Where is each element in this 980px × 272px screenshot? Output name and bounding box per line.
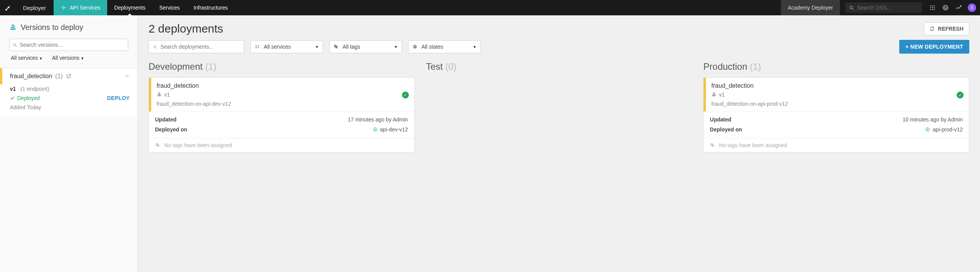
- search-icon: [849, 5, 854, 11]
- sidebar-search[interactable]: [9, 39, 128, 51]
- filter-services[interactable]: All services▼: [11, 55, 43, 61]
- deployed-label: Deployed: [17, 95, 40, 101]
- search-deployments-input[interactable]: [160, 44, 240, 50]
- context-label: Academy Deployer: [788, 5, 833, 11]
- infra-name: api-prod-v12: [933, 126, 963, 133]
- versions-icon: [9, 24, 17, 31]
- card-version: v1: [164, 92, 170, 98]
- svg-point-10: [934, 9, 935, 10]
- global-search-input[interactable]: [857, 5, 918, 11]
- dropdown-tags[interactable]: All tags ▼: [329, 40, 402, 53]
- filter-label: All versions: [52, 55, 80, 61]
- infra-name: api-dev-v12: [380, 126, 408, 133]
- refresh-label: REFRESH: [938, 26, 964, 32]
- nav-tabs: API Services Deployments Services Infras…: [54, 0, 235, 15]
- svg-point-6: [932, 7, 933, 8]
- svg-point-8: [930, 9, 931, 10]
- column-title: Production: [703, 61, 747, 72]
- card-url: fraud_detection-on-api-dev-v12: [157, 101, 408, 107]
- column-title: Test: [426, 61, 443, 72]
- tag-icon: [710, 143, 715, 148]
- column-test: Test (0): [426, 61, 692, 77]
- endpoint-count: (1 endpoint): [21, 86, 49, 92]
- updated-value: 10 minutes ago by Admin: [756, 116, 963, 123]
- dropdown-states[interactable]: All states ▼: [408, 40, 481, 53]
- updated-value: 17 minutes ago by Admin: [201, 116, 408, 123]
- sidebar-search-input[interactable]: [20, 42, 125, 48]
- version-label: v1: [10, 86, 16, 92]
- svg-point-15: [154, 45, 156, 48]
- infra-link[interactable]: api-dev-v12: [372, 126, 408, 133]
- deployed-on-label: Deployed on: [155, 126, 201, 133]
- infra-link[interactable]: api-prod-v12: [925, 126, 963, 133]
- new-deployment-button[interactable]: + NEW DEPLOYMENT: [899, 40, 969, 54]
- search-icon: [13, 43, 17, 48]
- top-right: Academy Deployer ? S: [781, 0, 980, 15]
- svg-point-21: [927, 129, 929, 130]
- global-search[interactable]: [845, 2, 922, 13]
- help-icon[interactable]: ?: [940, 2, 951, 13]
- main-content: 2 deployments REFRESH All services ▼ All…: [138, 15, 980, 272]
- dropdown-label: All states: [421, 44, 443, 50]
- apps-icon[interactable]: [927, 2, 938, 13]
- context-switcher[interactable]: Academy Deployer: [781, 0, 840, 15]
- search-icon: [153, 44, 157, 49]
- column-title: Development: [149, 61, 203, 72]
- deployment-card[interactable]: fraud_detection v1 fraud_detection-on-ap…: [149, 77, 415, 152]
- deployment-card[interactable]: fraud_detection v1 fraud_detection-on-ap…: [703, 77, 969, 152]
- added-label: Added Today: [10, 104, 130, 110]
- chevron-up-icon[interactable]: [124, 74, 130, 79]
- deploy-button[interactable]: DEPLOY: [107, 95, 130, 101]
- dropdown-label: All tags: [343, 44, 360, 50]
- svg-point-3: [932, 5, 933, 7]
- card-title: fraud_detection: [711, 82, 963, 89]
- tab-infrastructures[interactable]: Infrastructures: [187, 0, 235, 15]
- refresh-button[interactable]: REFRESH: [924, 22, 969, 35]
- service-header[interactable]: fraud_detection (1): [0, 68, 137, 84]
- user-avatar[interactable]: S: [968, 3, 976, 12]
- svg-line-1: [852, 8, 853, 10]
- version-icon: [157, 92, 162, 97]
- svg-point-13: [13, 43, 16, 46]
- external-link-icon[interactable]: [66, 74, 71, 79]
- page-title: 2 deployments: [149, 22, 223, 35]
- deployed-on-label: Deployed on: [710, 126, 756, 133]
- tab-services[interactable]: Services: [152, 0, 187, 15]
- column-count: (1): [205, 61, 216, 72]
- tab-label: Services: [159, 5, 180, 11]
- filter-versions[interactable]: All versions▼: [52, 55, 85, 61]
- service-icon: [255, 44, 260, 49]
- no-tags-label: No tags have been assigned: [719, 142, 787, 148]
- infra-icon: [372, 127, 378, 132]
- dropdown-services[interactable]: All services ▼: [250, 40, 323, 53]
- svg-point-4: [934, 5, 935, 7]
- column-count: (1): [750, 61, 761, 72]
- svg-point-2: [930, 5, 931, 7]
- filter-label: All services: [11, 55, 38, 61]
- card-url: fraud_detection-on-api-prod-v12: [711, 101, 963, 107]
- svg-point-19: [374, 129, 376, 130]
- column-count: (0): [445, 61, 456, 72]
- bird-icon: [4, 4, 11, 11]
- tab-deployments[interactable]: Deployments: [107, 0, 152, 15]
- search-deployments[interactable]: [149, 40, 244, 53]
- app-logo[interactable]: [0, 4, 15, 11]
- card-title: fraud_detection: [157, 82, 408, 89]
- check-icon: [10, 96, 15, 101]
- sidebar: Versions to deploy All services▼ All ver…: [0, 15, 138, 272]
- service-name: fraud_detection: [5, 73, 52, 80]
- service-item: fraud_detection (1) v1 (1 endpoint): [0, 68, 137, 116]
- svg-text:?: ?: [944, 5, 947, 10]
- brand-label: Deployer: [15, 5, 54, 11]
- sidebar-title: Versions to deploy: [21, 23, 83, 32]
- tag-icon: [333, 44, 339, 49]
- no-tags-label: No tags have been assigned: [164, 142, 232, 148]
- state-icon: [412, 44, 418, 49]
- status-ok-icon: ✓: [402, 92, 409, 98]
- activity-icon[interactable]: [953, 2, 964, 13]
- svg-line-14: [16, 46, 17, 47]
- tab-api-services[interactable]: API Services: [54, 0, 107, 15]
- svg-point-7: [934, 7, 935, 8]
- refresh-icon: [929, 26, 935, 31]
- column-development: Development (1) fraud_detection v1 fraud…: [149, 61, 415, 152]
